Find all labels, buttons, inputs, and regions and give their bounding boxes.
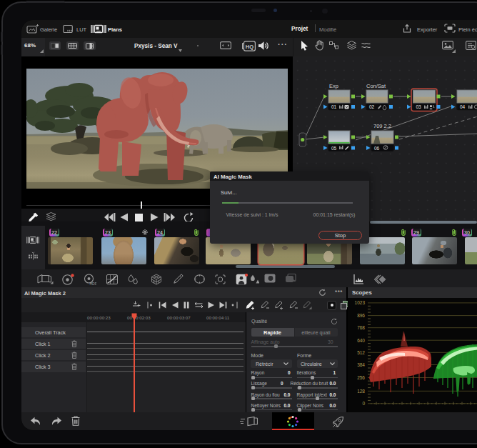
svg-text:384: 384 [357,362,365,367]
svg-text:512: 512 [357,350,365,355]
svg-text:HDR: HDR [90,282,97,286]
svg-text:709 2.2: 709 2.2 [373,123,391,129]
svg-text:HQ: HQ [246,43,253,49]
svg-text:02: 02 [369,104,375,109]
svg-text:04: 04 [460,104,466,109]
svg-text:06: 06 [374,146,380,151]
svg-text:05: 05 [331,146,337,151]
svg-text:128: 128 [357,389,365,394]
svg-text:1023: 1023 [355,300,366,305]
svg-text:896: 896 [357,313,365,318]
svg-text:01: 01 [331,104,337,109]
svg-text:0: 0 [362,401,365,406]
svg-text:Con/Sat: Con/Sat [366,83,386,89]
svg-text:256: 256 [357,375,365,380]
svg-text:03: 03 [416,104,422,109]
svg-text:768: 768 [357,325,365,330]
svg-text:Exp: Exp [329,83,338,89]
svg-text:640: 640 [357,338,365,343]
